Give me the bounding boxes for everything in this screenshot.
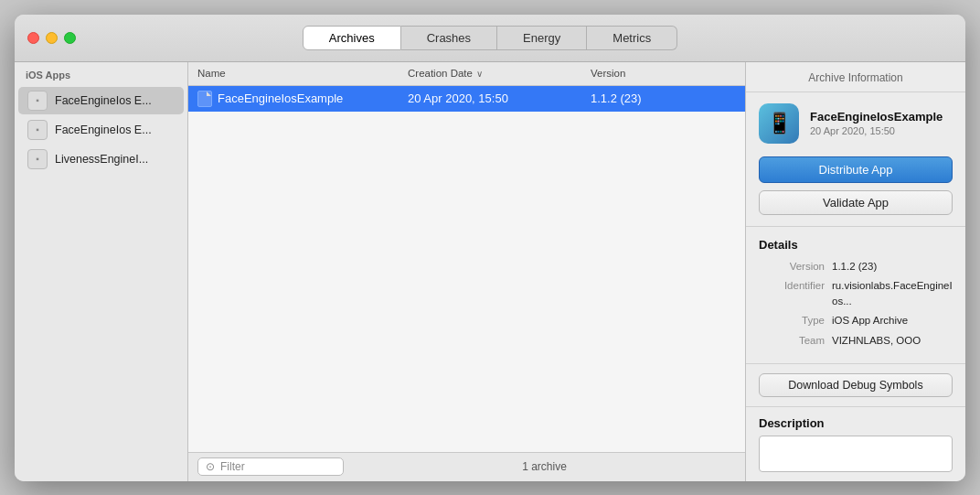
sidebar: iOS Apps ▪ FaceEngineIos E... ▪ FaceEngi… — [15, 62, 188, 481]
validate-app-button[interactable]: Validate App — [759, 190, 953, 215]
sidebar-item-2[interactable]: ▪ LivenessEngineI... — [18, 145, 184, 173]
table-footer: ⊙ Filter 1 archive — [188, 452, 745, 481]
cell-date-0: 20 Apr 2020, 15:50 — [408, 91, 591, 105]
archive-app-date: 20 Apr 2020, 15:50 — [810, 125, 943, 136]
right-panel: Archive Information 📱 FaceEngineIosExamp… — [746, 62, 965, 481]
titlebar: Archives Crashes Energy Metrics — [15, 15, 965, 62]
archive-app-name: FaceEngineIosExample — [810, 110, 943, 124]
details-title: Details — [759, 238, 953, 252]
archive-app-row: 📱 FaceEngineIosExample 20 Apr 2020, 15:5… — [759, 103, 953, 144]
tab-energy[interactable]: Energy — [497, 26, 587, 50]
minimize-button[interactable] — [46, 32, 58, 44]
detail-value-version: 1.1.2 (23) — [832, 259, 953, 274]
row-name-label: FaceEngineIosExample — [218, 91, 343, 105]
maximize-button[interactable] — [64, 32, 76, 44]
sidebar-item-1[interactable]: ▪ FaceEngineIos E... — [18, 116, 184, 144]
cell-name-0: FaceEngineIosExample — [197, 91, 408, 107]
archive-count: 1 archive — [353, 460, 736, 473]
table-row[interactable]: FaceEngineIosExample 20 Apr 2020, 15:50 … — [188, 86, 745, 112]
app-icon-small-2: ▪ — [27, 149, 48, 169]
detail-row-type: Type iOS App Archive — [759, 313, 953, 328]
col-header-date[interactable]: Creation Date ∨ — [408, 68, 591, 79]
sidebar-item-label-0: FaceEngineIos E... — [55, 94, 152, 107]
tab-group: Archives Crashes Energy Metrics — [303, 26, 677, 50]
filter-icon: ⊙ — [206, 460, 215, 473]
main-window: Archives Crashes Energy Metrics iOS Apps… — [15, 15, 965, 481]
sidebar-item-label-1: FaceEngineIos E... — [55, 124, 152, 136]
col-header-version: Version — [591, 68, 736, 79]
sidebar-item-0[interactable]: ▪ FaceEngineIos E... — [18, 87, 184, 114]
table-body: FaceEngineIosExample 20 Apr 2020, 15:50 … — [188, 86, 745, 452]
tab-metrics[interactable]: Metrics — [587, 26, 677, 50]
description-title: Description — [759, 416, 953, 430]
main-content: iOS Apps ▪ FaceEngineIos E... ▪ FaceEngi… — [15, 62, 965, 481]
distribute-app-button[interactable]: Distribute App — [759, 156, 953, 183]
tab-archives[interactable]: Archives — [303, 26, 401, 50]
archive-app-icon: 📱 — [759, 103, 799, 144]
detail-value-team: VIZHNLABS, OOO — [832, 333, 953, 349]
detail-label-type: Type — [759, 313, 825, 328]
detail-label-version: Version — [759, 259, 825, 274]
description-input[interactable] — [759, 436, 953, 472]
tab-crashes[interactable]: Crashes — [401, 26, 497, 50]
sort-arrow-icon: ∨ — [476, 69, 483, 79]
app-icon-small-0: ▪ — [27, 91, 48, 111]
close-button[interactable] — [27, 32, 39, 44]
sidebar-item-label-2: LivenessEngineI... — [55, 153, 148, 166]
doc-icon — [197, 91, 212, 107]
detail-row-team: Team VIZHNLABS, OOO — [759, 333, 953, 349]
table-header: Name Creation Date ∨ Version — [188, 62, 745, 86]
details-section: Details Version 1.1.2 (23) Identifier ru… — [746, 227, 965, 364]
detail-label-identifier: Identifier — [759, 278, 825, 310]
detail-row-identifier: Identifier ru.visionlabs.FaceEngineIos..… — [759, 278, 953, 310]
cell-version-0: 1.1.2 (23) — [591, 91, 736, 105]
filter-box[interactable]: ⊙ Filter — [197, 457, 344, 476]
detail-row-version: Version 1.1.2 (23) — [759, 259, 953, 274]
detail-label-team: Team — [759, 333, 825, 349]
description-section: Description — [746, 407, 965, 481]
filter-placeholder: Filter — [220, 460, 245, 473]
col-date-label: Creation Date — [408, 68, 473, 79]
archive-info-content: 📱 FaceEngineIosExample 20 Apr 2020, 15:5… — [746, 92, 965, 227]
sidebar-header: iOS Apps — [15, 62, 187, 86]
app-icon-small-1: ▪ — [27, 120, 48, 140]
traffic-lights — [27, 32, 76, 44]
archive-info-header: Archive Information — [746, 62, 965, 92]
col-header-name: Name — [197, 68, 408, 79]
download-debug-symbols-button[interactable]: Download Debug Symbols — [759, 373, 953, 397]
detail-value-identifier: ru.visionlabs.FaceEngineIos... — [832, 278, 953, 310]
archive-app-meta: FaceEngineIosExample 20 Apr 2020, 15:50 — [810, 110, 943, 136]
center-panel: Name Creation Date ∨ Version FaceEngineI… — [188, 62, 746, 481]
debug-section: Download Debug Symbols — [746, 364, 965, 407]
detail-value-type: iOS App Archive — [832, 313, 953, 328]
